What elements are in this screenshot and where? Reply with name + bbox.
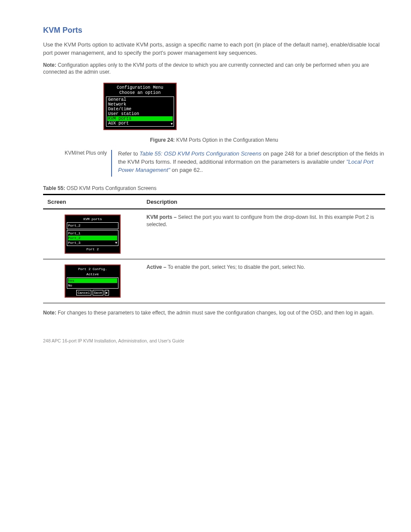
osd-port-config-screen: Port 2 Config. Active Yes No Cancel Save… xyxy=(65,264,121,298)
figure-number: Figure 24: xyxy=(150,137,176,143)
osd-title-line2: Choose an option xyxy=(106,90,174,96)
scroll-down-icon[interactable]: ▼ xyxy=(115,240,117,245)
footnote-text: For changes to these parameters to take … xyxy=(56,310,374,316)
mini-title-line2: Active xyxy=(67,272,118,277)
ref-prefix: Refer to xyxy=(118,150,140,157)
note-paragraph: Note: Configuration applies only to the … xyxy=(43,62,385,76)
next-arrow-icon[interactable]: ▶ xyxy=(105,290,109,296)
row-description: Active – To enable the port, select Yes;… xyxy=(142,259,385,303)
row-description: KVM ports – Select the port you want to … xyxy=(142,209,385,259)
figure-title: KVM Ports Option in the Configuration Me… xyxy=(176,137,278,143)
note-text: Configuration applies only to the KVM po… xyxy=(43,62,369,75)
page-footer-left: 248 APC 16-port IP KVM Installation, Adm… xyxy=(43,338,184,343)
osd-kvmports-screen: KVM ports Port_2 Port_1 Port_2 Port_3 ▼ … xyxy=(65,215,121,254)
col-header-description: Description xyxy=(142,195,385,209)
reference-paragraph: Refer to Table 55: OSD KVM Ports Configu… xyxy=(118,150,385,174)
mini-title-line1: Port 2 Config. xyxy=(67,267,118,271)
table-row: KVM ports Port_2 Port_1 Port_2 Port_3 ▼ … xyxy=(43,209,385,259)
mini-title: KVM ports xyxy=(67,217,118,221)
ref-page: on page 248 xyxy=(262,150,294,157)
desc-prefix: KVM ports – xyxy=(146,214,178,220)
footnote-label: Note: xyxy=(43,310,56,316)
col-header-screen: Screen xyxy=(43,195,142,209)
osd-item-network[interactable]: Network xyxy=(107,102,173,107)
osd-configuration-menu: Configuration Menu Choose an option Gene… xyxy=(103,83,177,130)
mini-footer: Port 2 xyxy=(67,247,118,252)
mini-active-list[interactable]: Yes No xyxy=(67,277,118,289)
mini-item[interactable]: Port_1 xyxy=(68,231,117,236)
mini-item[interactable]: Port_3 xyxy=(68,240,117,245)
scroll-down-icon[interactable]: ▼ xyxy=(171,122,173,126)
desc-prefix: Active – xyxy=(146,264,168,270)
note-label: Note: xyxy=(43,62,56,68)
table-caption: Table 55: OSD KVM Ports Configuration Sc… xyxy=(43,185,385,191)
mini-item-yes[interactable]: Yes xyxy=(68,278,117,283)
osd-item-datetime[interactable]: Date/time xyxy=(107,107,173,112)
mini-item-no[interactable]: No xyxy=(68,283,117,288)
osd-item-general[interactable]: General xyxy=(107,97,173,102)
cancel-button[interactable]: Cancel xyxy=(76,290,91,296)
figure-caption: Figure 24: KVM Ports Option in the Confi… xyxy=(43,137,385,143)
table-row: Port 2 Config. Active Yes No Cancel Save… xyxy=(43,259,385,303)
kvm-ports-table: Screen Description KVM ports Port_2 Port… xyxy=(43,194,385,303)
intro-paragraph: Use the KVM Ports option to activate KVM… xyxy=(43,41,385,57)
save-button[interactable]: Save xyxy=(93,290,103,296)
osd-title-line1: Configuration Menu xyxy=(106,85,174,90)
table-title: OSD KVM Ports Configuration Screens xyxy=(66,185,156,191)
ref-page2: on page 62. xyxy=(170,167,201,173)
osd-menu-list[interactable]: General Network Date/time User station K… xyxy=(106,96,174,127)
mini-item[interactable]: Port_2 xyxy=(68,236,117,240)
mini-selected-box[interactable]: Port_2 xyxy=(67,222,118,229)
ref-link-table[interactable]: Table 55: OSD KVM Ports Configuration Sc… xyxy=(140,150,262,157)
table-number: Table 55: xyxy=(43,185,66,191)
mini-port-list[interactable]: Port_1 Port_2 Port_3 ▼ xyxy=(67,230,118,246)
section-heading: KVM Ports xyxy=(43,26,385,35)
margin-brand: KVM/net Plus only xyxy=(43,150,107,156)
desc-text: To enable the port, select Yes; to disab… xyxy=(168,264,305,270)
osd-item-userstation[interactable]: User station xyxy=(107,112,173,116)
config-menu-figure: Configuration Menu Choose an option Gene… xyxy=(103,83,385,130)
margin-note: KVM/net Plus only xyxy=(43,150,112,177)
footer-note: Note: For changes to these parameters to… xyxy=(43,309,385,317)
osd-item-auxport[interactable]: AUX port xyxy=(107,121,173,126)
osd-item-kvmports[interactable]: KVM ports xyxy=(107,116,173,121)
desc-text: Select the port you want to configure fr… xyxy=(146,214,374,227)
